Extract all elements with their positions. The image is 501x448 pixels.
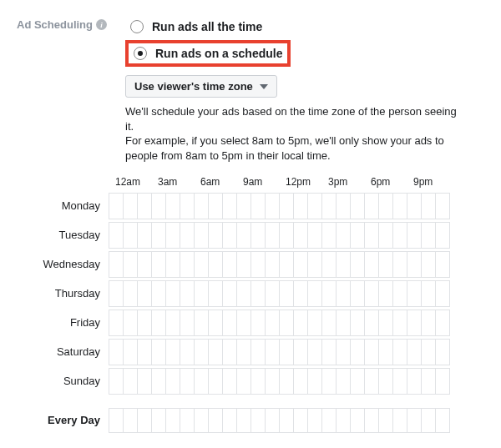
schedule-cell[interactable] [180,310,195,336]
schedule-cell[interactable] [138,310,152,336]
schedule-cell[interactable] [436,339,450,365]
schedule-cell[interactable] [280,251,294,278]
schedule-cell[interactable] [393,339,407,365]
schedule-cell[interactable] [195,408,209,433]
schedule-cell[interactable] [124,280,138,307]
schedule-cell[interactable] [308,222,322,249]
radio-run-on-schedule[interactable]: Run ads on a schedule [125,40,291,67]
schedule-cell[interactable] [351,193,365,219]
schedule-cell[interactable] [266,368,280,395]
schedule-cell[interactable] [422,280,436,307]
schedule-cell[interactable] [180,193,195,219]
day-cells[interactable] [109,339,450,365]
every-day-cells[interactable] [109,408,450,433]
schedule-cell[interactable] [152,339,166,365]
schedule-cell[interactable] [337,193,351,219]
schedule-cell[interactable] [379,310,393,336]
schedule-cell[interactable] [422,339,436,365]
schedule-cell[interactable] [393,280,407,307]
schedule-cell[interactable] [237,368,251,395]
day-cells[interactable] [109,193,450,219]
schedule-cell[interactable] [436,408,450,433]
schedule-cell[interactable] [294,408,308,433]
schedule-cell[interactable] [294,368,308,395]
schedule-cell[interactable] [351,310,365,336]
schedule-cell[interactable] [223,280,237,307]
schedule-cell[interactable] [166,193,180,219]
schedule-cell[interactable] [337,339,351,365]
schedule-cell[interactable] [237,251,251,278]
schedule-cell[interactable] [209,193,223,219]
timezone-select[interactable]: Use viewer's time zone [125,75,277,98]
schedule-cell[interactable] [407,339,422,365]
schedule-cell[interactable] [109,339,124,365]
schedule-cell[interactable] [251,222,266,249]
schedule-cell[interactable] [393,408,407,433]
schedule-cell[interactable] [436,222,450,249]
schedule-cell[interactable] [422,310,436,336]
schedule-cell[interactable] [109,251,124,278]
schedule-cell[interactable] [195,193,209,219]
schedule-cell[interactable] [209,310,223,336]
schedule-cell[interactable] [223,251,237,278]
schedule-cell[interactable] [124,251,138,278]
schedule-cell[interactable] [209,251,223,278]
schedule-cell[interactable] [195,310,209,336]
schedule-cell[interactable] [237,408,251,433]
schedule-cell[interactable] [337,251,351,278]
schedule-cell[interactable] [379,408,393,433]
schedule-cell[interactable] [436,368,450,395]
schedule-cell[interactable] [351,408,365,433]
schedule-cell[interactable] [180,222,195,249]
schedule-cell[interactable] [251,408,266,433]
schedule-cell[interactable] [422,222,436,249]
schedule-cell[interactable] [195,222,209,249]
schedule-cell[interactable] [237,222,251,249]
schedule-cell[interactable] [393,193,407,219]
schedule-cell[interactable] [223,310,237,336]
schedule-cell[interactable] [237,339,251,365]
schedule-cell[interactable] [266,310,280,336]
schedule-cell[interactable] [308,193,322,219]
day-cells[interactable] [109,251,450,278]
schedule-cell[interactable] [337,368,351,395]
schedule-cell[interactable] [280,310,294,336]
schedule-cell[interactable] [322,368,337,395]
schedule-cell[interactable] [393,251,407,278]
day-cells[interactable] [109,368,450,395]
schedule-cell[interactable] [407,408,422,433]
schedule-cell[interactable] [351,280,365,307]
schedule-cell[interactable] [280,339,294,365]
schedule-cell[interactable] [251,280,266,307]
schedule-cell[interactable] [308,408,322,433]
schedule-cell[interactable] [266,280,280,307]
schedule-cell[interactable] [109,368,124,395]
day-cells[interactable] [109,310,450,336]
schedule-cell[interactable] [152,310,166,336]
schedule-cell[interactable] [308,251,322,278]
schedule-cell[interactable] [422,368,436,395]
schedule-cell[interactable] [223,408,237,433]
schedule-cell[interactable] [308,280,322,307]
schedule-cell[interactable] [152,193,166,219]
schedule-cell[interactable] [379,368,393,395]
schedule-cell[interactable] [407,193,422,219]
schedule-cell[interactable] [422,408,436,433]
schedule-cell[interactable] [195,280,209,307]
schedule-cell[interactable] [251,339,266,365]
schedule-cell[interactable] [180,368,195,395]
schedule-cell[interactable] [180,280,195,307]
schedule-cell[interactable] [109,310,124,336]
schedule-cell[interactable] [365,193,379,219]
schedule-cell[interactable] [407,310,422,336]
schedule-cell[interactable] [138,280,152,307]
schedule-cell[interactable] [337,310,351,336]
schedule-cell[interactable] [237,280,251,307]
schedule-cell[interactable] [109,193,124,219]
schedule-cell[interactable] [393,310,407,336]
schedule-cell[interactable] [379,280,393,307]
schedule-cell[interactable] [166,222,180,249]
schedule-cell[interactable] [280,193,294,219]
schedule-cell[interactable] [294,222,308,249]
schedule-cell[interactable] [351,222,365,249]
